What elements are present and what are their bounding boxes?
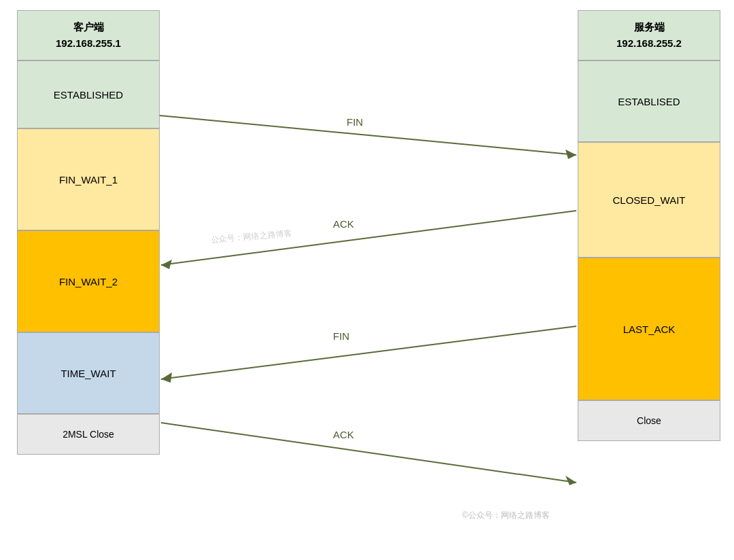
- svg-marker-4: [161, 260, 172, 269]
- svg-marker-1: [565, 150, 576, 159]
- state-last-ack: LAST_ACK: [578, 258, 720, 400]
- svg-line-9: [161, 423, 576, 483]
- state-fin-wait-2: FIN_WAIT_2: [17, 230, 160, 332]
- watermark-1: 公众号：网络之路博客: [210, 228, 292, 246]
- left-column: 客户端 192.168.255.1 ESTABLISHED FIN_WAIT_1…: [17, 10, 160, 455]
- diagram-container: 客户端 192.168.255.1 ESTABLISHED FIN_WAIT_1…: [0, 0, 734, 560]
- state-established-right: ESTABLISED: [578, 60, 720, 142]
- svg-marker-7: [161, 372, 172, 383]
- svg-marker-10: [565, 476, 576, 485]
- svg-text:ACK: ACK: [333, 218, 354, 230]
- left-header-title: 客户端: [21, 19, 156, 35]
- state-time-wait: TIME_WAIT: [17, 332, 160, 414]
- watermark-2: ©公众号：网络之路博客: [462, 510, 550, 521]
- svg-line-0: [160, 116, 576, 155]
- right-column: 服务端 192.168.255.2 ESTABLISED CLOSED_WAIT…: [578, 10, 720, 441]
- svg-line-6: [161, 326, 576, 379]
- state-close-right: Close: [578, 400, 720, 441]
- state-fin-wait-1: FIN_WAIT_1: [17, 128, 160, 230]
- state-2msl: 2MSL Close: [17, 414, 160, 455]
- svg-text:FIN: FIN: [347, 116, 363, 128]
- state-closed-wait: CLOSED_WAIT: [578, 142, 720, 258]
- right-header: 服务端 192.168.255.2: [578, 10, 720, 60]
- right-header-ip: 192.168.255.2: [582, 35, 716, 52]
- svg-text:ACK: ACK: [333, 429, 354, 440]
- right-header-title: 服务端: [582, 19, 716, 35]
- left-header: 客户端 192.168.255.1: [17, 10, 160, 60]
- left-header-ip: 192.168.255.1: [21, 35, 156, 52]
- svg-text:FIN: FIN: [333, 330, 349, 342]
- state-established-left: ESTABLISHED: [17, 60, 160, 128]
